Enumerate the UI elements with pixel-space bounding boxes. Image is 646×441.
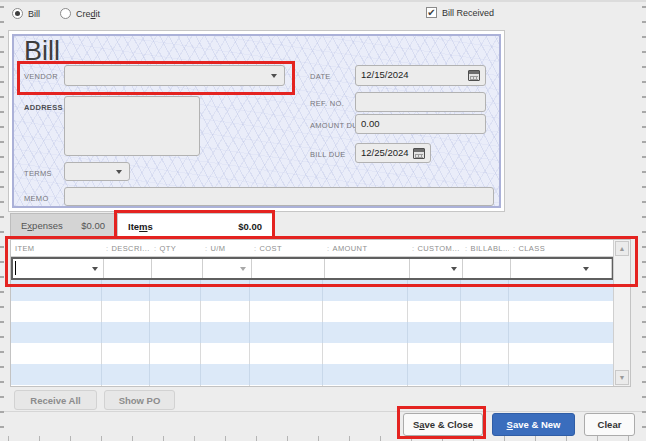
ref-no-label: REF. NO. <box>310 99 344 108</box>
col-header-description-label: DESCRI... <box>111 244 149 253</box>
amount-cell[interactable] <box>325 259 410 278</box>
col-header-class[interactable]: :CLASS <box>509 240 614 256</box>
memo-field[interactable] <box>64 187 494 206</box>
column-separator: : <box>154 244 156 253</box>
bill-radio[interactable] <box>12 8 23 19</box>
column-separator: : <box>327 244 329 253</box>
save-and-close-button[interactable]: Save & Close <box>403 413 483 436</box>
scroll-up-icon[interactable]: ▲ <box>615 241 629 256</box>
um-cell[interactable] <box>203 259 252 278</box>
terms-label: TERMS <box>24 169 52 178</box>
col-header-class-label: CLASS <box>518 244 545 253</box>
bill-due-label: BILL DUE <box>310 150 345 159</box>
col-header-billable-label: BILLABL... <box>470 244 509 253</box>
bill-received-label: Bill Received <box>442 8 494 18</box>
item-cell[interactable] <box>13 259 104 278</box>
bill-radio-label: Bill <box>28 9 40 19</box>
customer-cell[interactable] <box>410 259 463 278</box>
bottom-edge-marks <box>8 436 638 441</box>
vendor-dropdown-arrow-icon[interactable] <box>271 74 277 78</box>
save-close-post: ve & Close <box>425 419 474 430</box>
window-top-border <box>0 0 646 2</box>
vendor-label: VENDOR <box>24 72 58 81</box>
column-separator: : <box>412 244 414 253</box>
um-dropdown-arrow-icon[interactable] <box>240 267 246 271</box>
items-table-header: ITEM :DESCRI... :QTY :U/M :COST :AMOUNT … <box>11 240 614 257</box>
left-edge-marks <box>0 6 4 441</box>
save-and-new-button[interactable]: Save & New <box>492 413 575 436</box>
show-po-button[interactable]: Show PO <box>104 390 175 410</box>
items-tab-amount: $0.00 <box>238 221 262 232</box>
column-separator: : <box>205 244 207 253</box>
right-edge-marks <box>642 6 646 441</box>
item-entry-row-active[interactable] <box>11 257 614 280</box>
column-separator: : <box>465 244 467 253</box>
col-header-um-label: U/M <box>210 244 225 253</box>
bill-received-checkbox[interactable]: ✔ <box>426 7 437 18</box>
save-new-post: ave & New <box>513 419 561 430</box>
col-header-billable[interactable]: :BILLABL... <box>461 240 509 256</box>
items-tab-label: Items <box>128 221 153 232</box>
col-header-qty[interactable]: :QTY <box>150 240 201 256</box>
col-header-cost-label: COST <box>259 244 281 253</box>
date-label: DATE <box>310 72 331 81</box>
bill-due-calendar-icon[interactable] <box>413 148 425 159</box>
class-dropdown-arrow-icon[interactable] <box>583 267 589 271</box>
calendar-icon[interactable] <box>468 70 480 81</box>
col-header-um[interactable]: :U/M <box>201 240 250 256</box>
items-table: ITEM :DESCRI... :QTY :U/M :COST :AMOUNT … <box>10 239 631 387</box>
description-cell[interactable] <box>104 259 152 278</box>
col-header-item[interactable]: ITEM <box>11 240 102 256</box>
table-row[interactable] <box>11 364 614 385</box>
col-header-qty-label: QTY <box>159 244 176 253</box>
items-label-post: s <box>148 221 153 232</box>
memo-label: MEMO <box>24 194 49 203</box>
column-separator: : <box>513 244 515 253</box>
col-header-cost[interactable]: :COST <box>250 240 323 256</box>
terms-combobox[interactable] <box>64 162 130 181</box>
clear-button[interactable]: Clear <box>584 413 635 436</box>
col-header-customer-label: CUSTOM... <box>417 244 459 253</box>
enter-bills-window: Bill Credit ✔ Bill Received Bill VENDOR … <box>0 0 646 441</box>
ref-no-field[interactable] <box>355 92 486 112</box>
table-row[interactable] <box>11 385 614 387</box>
customer-dropdown-arrow-icon[interactable] <box>451 267 457 271</box>
vendor-combobox[interactable] <box>64 65 285 86</box>
table-scrollbar[interactable]: ▲ ▼ <box>613 240 630 386</box>
col-header-amount-label: AMOUNT <box>332 244 367 253</box>
expenses-tab-amount: $0.00 <box>81 220 105 231</box>
bill-due-field[interactable]: 12/25/2024 <box>355 143 431 163</box>
col-header-amount[interactable]: :AMOUNT <box>323 240 408 256</box>
terms-dropdown-arrow-icon[interactable] <box>116 170 122 174</box>
scroll-down-icon[interactable]: ▼ <box>615 370 629 385</box>
billable-cell[interactable] <box>463 259 511 278</box>
credit-label-post: it <box>96 9 101 19</box>
class-cell[interactable] <box>511 259 612 278</box>
table-row[interactable] <box>11 322 614 343</box>
tab-expenses[interactable]: Expenses $0.00 <box>10 213 116 238</box>
receive-all-button[interactable]: Receive All <box>14 390 97 410</box>
qty-cell[interactable] <box>152 259 203 278</box>
expenses-tab-label: Expenses <box>21 220 63 231</box>
item-dropdown-arrow-icon[interactable] <box>92 267 98 271</box>
col-header-description[interactable]: :DESCRI... <box>102 240 150 256</box>
text-cursor <box>15 261 16 275</box>
tab-items[interactable]: Items $0.00 <box>117 213 273 238</box>
credit-radio-label: Credit <box>76 9 100 19</box>
credit-radio[interactable] <box>60 8 71 19</box>
bill-title: Bill <box>24 36 60 67</box>
table-row[interactable] <box>11 280 614 301</box>
footer-divider <box>0 411 646 412</box>
column-separator: : <box>254 244 256 253</box>
cost-cell[interactable] <box>252 259 325 278</box>
credit-label-pre: Cre <box>76 9 91 19</box>
address-textarea[interactable] <box>64 96 200 156</box>
amount-due-value: 0.00 <box>361 118 380 129</box>
date-field[interactable]: 12/15/2024 <box>355 65 486 86</box>
amount-due-field[interactable]: 0.00 <box>355 114 486 134</box>
table-row[interactable] <box>11 343 614 364</box>
table-row[interactable] <box>11 301 614 322</box>
column-separator: : <box>106 244 108 253</box>
items-label-key: m <box>139 221 147 232</box>
col-header-customer[interactable]: :CUSTOM... <box>408 240 461 256</box>
